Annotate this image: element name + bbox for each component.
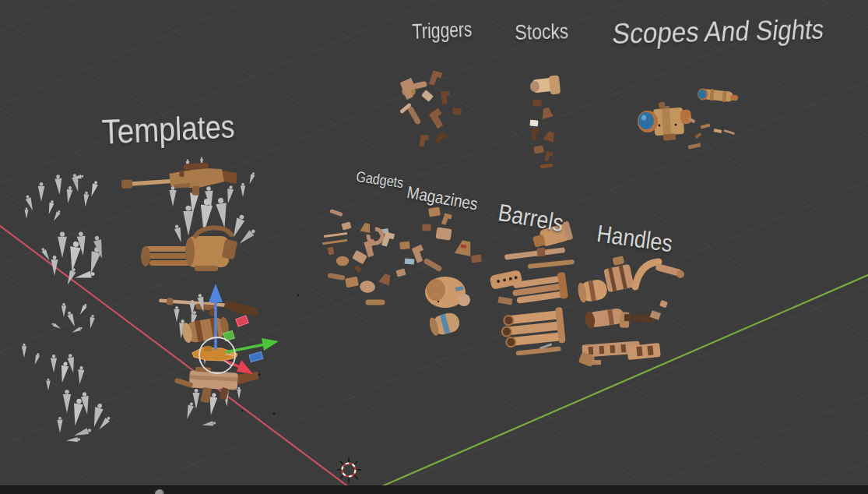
floor-specks (241, 125, 661, 415)
model-sniper-rifle[interactable] (121, 161, 239, 201)
gizmo-z-arrowhead[interactable] (209, 284, 223, 302)
bottom-editor-strip (0, 485, 868, 494)
model-drum-large[interactable] (425, 277, 470, 308)
gizmo-plane-xy[interactable] (249, 351, 263, 362)
model-minigun[interactable] (141, 228, 237, 271)
axis-y-line (343, 273, 868, 494)
armature-bones[interactable] (22, 174, 112, 443)
clock-icon[interactable] (155, 489, 164, 494)
label-stocks[interactable]: Stocks (515, 21, 568, 44)
gizmo-plane-xz[interactable] (236, 316, 249, 326)
templates-models[interactable] (121, 157, 260, 427)
viewport-canvas[interactable] (0, 0, 868, 494)
triggers-models[interactable] (399, 70, 462, 147)
model-small-scope[interactable] (698, 89, 738, 103)
stocks-models[interactable] (529, 75, 561, 168)
model-drum-small[interactable] (428, 311, 462, 337)
3d-cursor (337, 457, 361, 483)
model-barrel-keg[interactable] (181, 316, 230, 344)
gadgets-models[interactable] (322, 209, 414, 305)
gizmo-x-arrowhead[interactable] (237, 360, 253, 374)
scopes-models[interactable] (638, 89, 738, 150)
magazines-models[interactable] (411, 206, 482, 337)
blender-3d-viewport[interactable]: Templates Triggers Stocks Scopes And Sig… (0, 0, 868, 494)
barrels-models[interactable] (490, 221, 575, 357)
model-large-scope[interactable] (638, 102, 692, 141)
label-templates[interactable]: Templates (101, 110, 235, 150)
handles-models[interactable] (577, 255, 684, 368)
label-scopes-and-sights[interactable]: Scopes And Sights (610, 16, 825, 48)
label-triggers[interactable]: Triggers (412, 19, 473, 43)
